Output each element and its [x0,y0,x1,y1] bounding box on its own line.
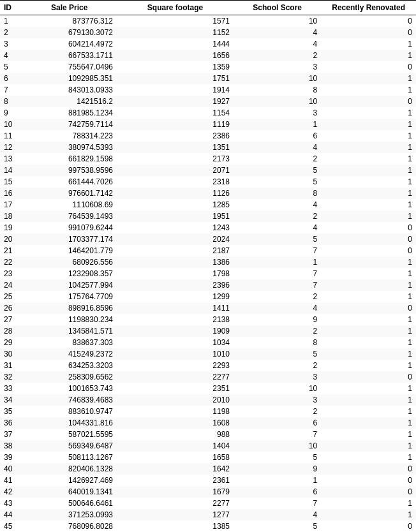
table-cell: 175764.7709 [22,291,117,302]
table-row: 3604214.4972144441 [0,38,416,50]
table-cell: 10 [234,73,321,84]
table-cell: 8 [234,188,321,199]
table-cell: 1 [321,107,416,119]
header-recently-renovated: Recently Renovated [321,1,416,15]
table-cell: 2024 [117,233,234,245]
table-cell: 1 [321,50,416,61]
table-cell: 0 [321,96,416,107]
table-cell: 2 [234,50,321,61]
table-cell: 500646.6461 [22,498,117,509]
table-cell: 587021.5595 [22,429,117,440]
data-table: ID Sale Price Square footage School Scor… [0,0,416,532]
table-cell: 1 [321,337,416,348]
table-cell: 5 [234,176,321,188]
table-row: 25175764.7709129921 [0,291,416,302]
table-row: 281345841.571190921 [0,325,416,337]
table-cell: 746839.4683 [22,394,117,406]
table-cell: 881985.1234 [22,107,117,119]
table-cell: 9 [234,314,321,325]
table-cell: 3 [234,107,321,119]
table-cell: 1042577.994 [22,279,117,291]
table-cell: 5 [234,233,321,245]
table-cell: 569349.6487 [22,440,117,452]
table-cell: 1703377.174 [22,233,117,245]
table-cell: 1 [321,498,416,509]
table-cell: 7 [234,279,321,291]
table-cell: 15 [0,176,22,188]
table-cell: 16 [0,188,22,199]
table-cell: 41 [0,475,22,486]
table-cell: 42 [0,486,22,498]
table-cell: 667533.1711 [22,50,117,61]
table-cell: 1 [321,165,416,176]
table-cell: 1 [321,348,416,360]
table-cell: 1444 [117,38,234,50]
table-cell: 6 [0,73,22,84]
table-row: 35883610.9747119821 [0,406,416,417]
table-cell: 2 [234,211,321,222]
table-cell: 2 [234,360,321,371]
table-cell: 1658 [117,452,234,463]
table-cell: 1 [321,279,416,291]
table-cell: 0 [321,245,416,256]
table-cell: 2173 [117,153,234,165]
table-cell: 1092985.351 [22,73,117,84]
table-cell: 755647.0496 [22,61,117,73]
table-cell: 371253.0993 [22,509,117,521]
table-cell: 7 [234,245,321,256]
table-cell: 4 [234,27,321,38]
table-cell: 640019.1341 [22,486,117,498]
table-cell: 1927 [117,96,234,107]
table-cell: 1 [321,153,416,165]
table-cell: 604214.4972 [22,38,117,50]
table-cell: 2361 [117,475,234,486]
table-row: 13661829.1598217321 [0,153,416,165]
table-cell: 1299 [117,291,234,302]
table-cell: 2351 [117,383,234,394]
table-cell: 1679 [117,486,234,498]
table-cell: 2 [234,406,321,417]
table-cell: 2 [234,325,321,337]
table-cell: 4 [234,222,321,233]
table-cell: 1 [321,314,416,325]
table-cell: 8 [234,84,321,96]
table-cell: 1 [321,142,416,153]
table-cell: 380974.5393 [22,142,117,153]
table-row: 44371253.0993127741 [0,509,416,521]
table-cell: 1359 [117,61,234,73]
table-cell: 10 [234,440,321,452]
table-cell: 991079.6244 [22,222,117,233]
table-cell: 1001653.743 [22,383,117,394]
table-row: 12380974.5393135141 [0,142,416,153]
table-cell: 21 [0,245,22,256]
table-cell: 820406.1328 [22,463,117,475]
table-cell: 1 [321,130,416,142]
table-row: 2679130.3072115240 [0,27,416,38]
table-cell: 8 [234,337,321,348]
table-row: 39508113.1267165851 [0,452,416,463]
table-cell: 788314.223 [22,130,117,142]
table-cell: 8 [0,96,22,107]
table-cell: 2138 [117,314,234,325]
table-cell: 0 [321,463,416,475]
table-cell: 1351 [117,142,234,153]
table-row: 201703377.174202450 [0,233,416,245]
table-cell: 1 [321,509,416,521]
table-cell: 0 [321,302,416,314]
table-cell: 661444.7026 [22,176,117,188]
table-cell: 33 [0,383,22,394]
table-row: 40820406.1328164290 [0,463,416,475]
table-row: 5755647.0496135930 [0,61,416,73]
table-row: 34746839.4683201031 [0,394,416,406]
table-cell: 988 [117,429,234,440]
table-cell: 6 [234,130,321,142]
table-cell: 1 [321,84,416,96]
table-row: 32258309.6562227730 [0,371,416,383]
table-cell: 1 [321,188,416,199]
table-cell: 45 [0,521,22,532]
table-cell: 768096.8028 [22,521,117,532]
table-row: 18764539.1493195121 [0,211,416,222]
table-cell: 2318 [117,176,234,188]
table-cell: 1243 [117,222,234,233]
table-row: 16976601.7142112681 [0,188,416,199]
